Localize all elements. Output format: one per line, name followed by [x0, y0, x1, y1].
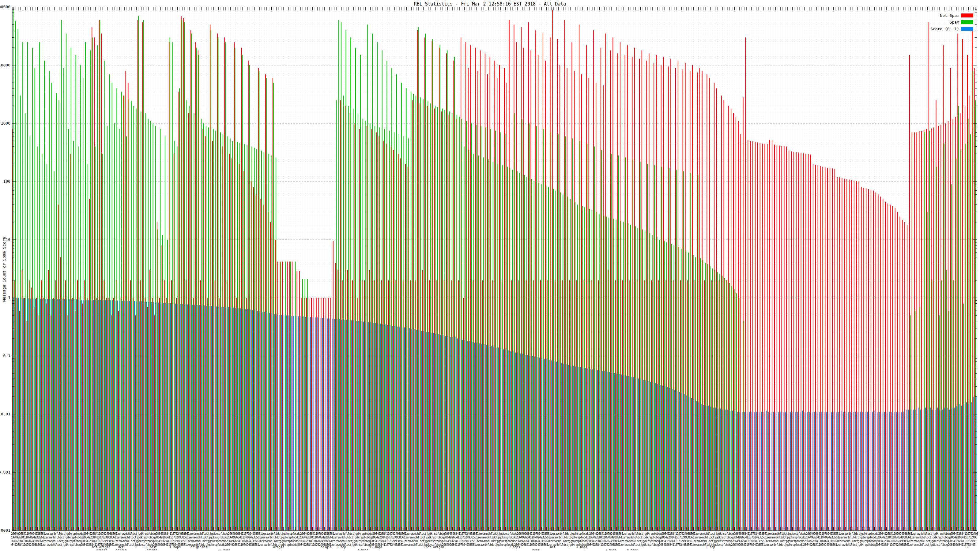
x-label-fragment: 2 hops	[576, 546, 587, 549]
x-label-fragment: 1 hop	[337, 546, 346, 549]
chart-plot: 1000001000010001001010.10.010.0010.0001	[0, 0, 980, 551]
x-label-fragment: origin	[273, 546, 284, 549]
x-label-fragment: net	[550, 546, 555, 549]
x-label-fragment: 1	[169, 546, 171, 549]
legend-row-score-0-1-: Score (0..1)	[931, 27, 973, 31]
legend-label: Spam	[950, 20, 959, 24]
x-labels-overlapped-row: 2064926841107024938561zerawnbhlldctjgdkr…	[11, 532, 978, 535]
x-label-fragment: 4 hops	[357, 549, 368, 550]
legend-swatch-icon	[961, 27, 973, 31]
x-label-fragment: 7 hops	[509, 546, 520, 549]
legend-swatch-icon	[961, 20, 973, 24]
y-tick-label: 0.0001	[0, 528, 10, 533]
x-label-fragment: hops	[173, 546, 181, 549]
x-label-fragment: 8 hops	[627, 549, 638, 550]
chart-legend: Not SpamSpamScore (0..1)	[931, 13, 973, 34]
legend-row-spam: Spam	[931, 20, 973, 24]
x-label-fragment: 6 hops	[220, 549, 231, 550]
x-label-fragment: 15 hops	[370, 546, 382, 549]
y-tick-label: 100	[3, 179, 10, 184]
y-tick-label: 0.1	[3, 354, 10, 358]
y-tick-label: 1	[8, 295, 10, 300]
legend-row-not-spam: Not Spam	[931, 13, 973, 17]
x-label-fragment: origin	[191, 546, 202, 549]
x-label-fragment: 7 hops	[605, 549, 616, 550]
x-label-fragment: origin	[96, 549, 107, 550]
x-axis-label-band: 2064926841107024938561zerawnbhlldctjgdkr…	[11, 531, 978, 550]
x-label-fragment: hops	[532, 549, 539, 550]
x-label-fragment: net	[202, 546, 207, 549]
x-label-fragment: net origin	[426, 546, 444, 549]
x-label-fragment: 1 hop	[706, 546, 715, 549]
y-tick-label: 0.01	[1, 412, 10, 416]
y-tick-label: 10000	[0, 63, 10, 67]
legend-label: Score (0..1)	[931, 27, 959, 31]
y-tick-label: 0.001	[0, 470, 10, 475]
y-tick-label: 10	[5, 237, 10, 242]
legend-swatch-icon	[961, 13, 973, 17]
rbl-statistics-chart-page: RBL Statistics - Fri Mar 2 12:58:16 EST …	[0, 0, 980, 551]
y-tick-label: 1000	[1, 121, 10, 125]
x-label-fragment: origin	[321, 546, 332, 549]
bars-spam	[13, 10, 975, 530]
x-labels-overlapped-row: 2064926841107024938561zerawnbhlldctjgdkr…	[11, 539, 976, 543]
x-labels-overlapped-row: 2064926841107024938561zerawnbhlldctjgdkr…	[11, 536, 977, 539]
legend-label: Not Spam	[940, 13, 959, 18]
x-label-fragment: origin	[116, 549, 127, 550]
x-label-fragment: 1	[967, 546, 969, 549]
y-tick-label: 100000	[0, 5, 10, 9]
x-label-fragment: origin	[146, 549, 158, 550]
